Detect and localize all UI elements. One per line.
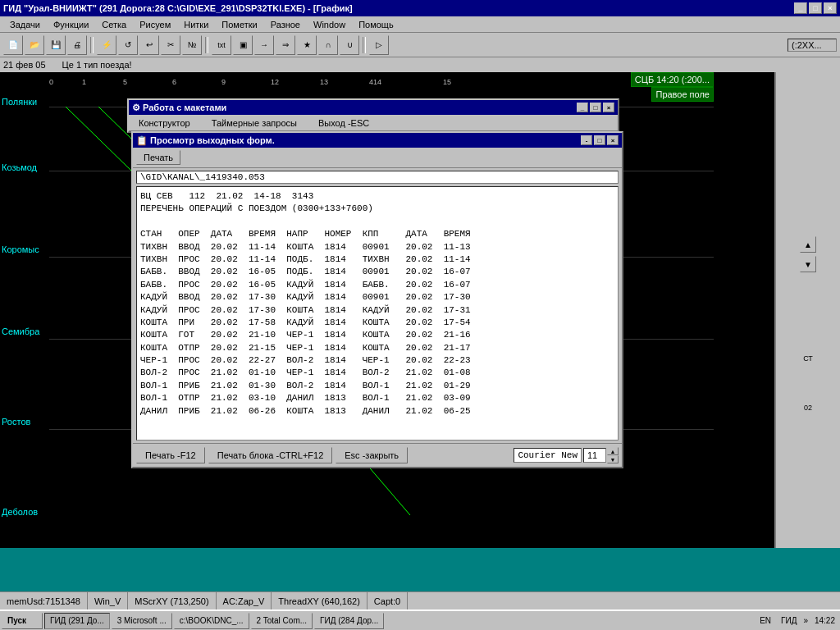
taskbar-total-com[interactable]: 2 Total Com... — [251, 613, 313, 629]
bottom-bar: Печать -F12 Печать блока -CTRL+F12 Esc -… — [133, 443, 622, 467]
menu-tajmer[interactable]: Таймерные запросы — [205, 116, 304, 130]
content-area[interactable]: ВЦ СЕВ 112 21.02 14-18 3143 ПЕРЕЧЕНЬ ОПЕ… — [136, 186, 619, 441]
print-button[interactable]: Печать — [136, 150, 180, 165]
taskbar-gid-284[interactable]: ГИД (284 Дор... — [314, 613, 384, 629]
tool-cut[interactable]: ✂ — [161, 35, 180, 55]
tray-gid: ГИД — [778, 616, 800, 625]
print-block-button[interactable]: Печать блока -CTRL+F12 — [208, 447, 333, 463]
svg-text:6: 6 — [172, 78, 176, 86]
maximize-button[interactable]: □ — [809, 2, 822, 14]
dialog-preview-icon: 📋 — [136, 135, 148, 145]
tool-bolt[interactable]: ⚡ — [97, 35, 116, 55]
menu-nitki[interactable]: Нитки — [177, 18, 215, 31]
dialog-preview-close[interactable]: × — [607, 135, 619, 145]
menu-setka[interactable]: Сетка — [95, 18, 133, 31]
dialog-makets-controls: _ □ × — [577, 103, 614, 112]
tool-box[interactable]: ▣ — [233, 35, 253, 55]
taskbar-microsoft[interactable]: 3 Microsoft ... — [112, 613, 172, 629]
svg-text:15: 15 — [443, 78, 451, 86]
menu-raznoe[interactable]: Разное — [264, 18, 307, 31]
svg-text:9: 9 — [221, 78, 226, 86]
separator-1 — [90, 37, 94, 53]
toolbar-right-display: (:2XX... — [788, 39, 837, 52]
right-panel-scroll-down[interactable]: ▼ — [800, 256, 816, 272]
menu-pometki[interactable]: Пометки — [215, 18, 263, 31]
tool-print[interactable]: 🖨 — [67, 35, 87, 55]
tool-save[interactable]: 💾 — [46, 35, 66, 55]
dialog-makets-menu: Конструктор Таймерные запросы Выход -ESC — [129, 115, 618, 131]
menu-funkcii[interactable]: Функции — [47, 18, 95, 31]
dialog-preview-controls: - □ × — [581, 135, 619, 145]
taskbar: Пуск ГИД (291 До... 3 Microsoft ... c:\B… — [0, 609, 840, 630]
taskbar-book-dnc[interactable]: c:\BOOK\DNC_... — [174, 613, 249, 629]
dialog-preview: 📋 Просмотр выходных форм. - □ × Печать \… — [131, 131, 623, 468]
status-ac: AC:Zap_V — [217, 592, 272, 609]
tray-arrows: » — [803, 616, 808, 625]
menu-pomosch[interactable]: Помощь — [352, 18, 400, 31]
right-panel-scroll-up[interactable]: ▲ — [800, 236, 816, 253]
svg-line-0 — [66, 107, 131, 171]
separator-2 — [205, 37, 208, 53]
status-bar: memUsd:7151348 Win_V MScrXY (713,250) AC… — [0, 591, 840, 609]
tool-extra[interactable]: ▷ — [369, 35, 389, 55]
start-button[interactable]: Пуск — [2, 613, 43, 629]
menu-bar: Задачи Функции Сетка Рисуем Нитки Пометк… — [0, 16, 840, 33]
dialog-makets-close[interactable]: × — [603, 103, 614, 112]
font-size-down[interactable]: ▼ — [607, 455, 619, 463]
dialog-preview-maximize[interactable]: □ — [594, 135, 605, 145]
svg-text:1: 1 — [82, 78, 86, 86]
tool-num[interactable]: № — [182, 35, 202, 55]
station-koromys: Коромыс — [2, 244, 39, 254]
minimize-button[interactable]: _ — [794, 2, 807, 14]
station-semibra: Семибра — [2, 326, 39, 336]
right-panel: ▲ ▼ СТ 02 — [774, 72, 840, 548]
menu-risuem[interactable]: Рисуем — [133, 18, 177, 31]
font-size-display[interactable]: 11 — [583, 448, 606, 463]
taskbar-gid-291[interactable]: ГИД (291 До... — [44, 613, 110, 629]
status-thread: ThreadXY (640,162) — [272, 592, 367, 609]
font-size-up[interactable]: ▲ — [607, 447, 619, 455]
tool-open[interactable]: 📂 — [25, 35, 44, 55]
dialog-makets-maximize[interactable]: □ — [590, 103, 601, 112]
tool-new[interactable]: 📄 — [3, 35, 23, 55]
tool-arc1[interactable]: ∩ — [318, 35, 338, 55]
dialog-preview-title[interactable]: 📋 Просмотр выходных форм. - □ × — [133, 133, 622, 148]
font-name-display[interactable]: Courier New — [514, 448, 582, 463]
close-button[interactable]: × — [824, 2, 837, 14]
status-mscr: MScrXY (713,250) — [128, 592, 216, 609]
dialog-makets-icon: ⚙ — [132, 103, 140, 112]
dialog-makets-title[interactable]: ⚙ Работа с макетами _ □ × — [129, 100, 618, 115]
station-kozmoda: Козьмод — [2, 162, 37, 172]
svg-text:414: 414 — [369, 78, 381, 86]
font-size-spinner: ▲ ▼ — [607, 447, 619, 463]
tray-time: 14:22 — [811, 616, 838, 625]
info-bar: 21 фев 05 Це 1 тип поезда! — [0, 57, 840, 72]
menu-window[interactable]: Window — [307, 18, 352, 31]
tool-star[interactable]: ★ — [297, 35, 317, 55]
toolbar: 📄 📂 💾 🖨 ⚡ ↺ ↩ ✂ № txt ▣ → ⇒ ★ ∩ ∪ ▷ (:2X… — [0, 33, 840, 57]
dialog-makets-minimize[interactable]: _ — [577, 103, 588, 112]
esc-close-button[interactable]: Esc -закрыть — [336, 447, 408, 463]
dialog-makets: ⚙ Работа с макетами _ □ × Конструктор Та… — [127, 98, 619, 133]
taskbar-right: EN ГИД » 14:22 — [756, 616, 838, 625]
print-f12-button[interactable]: Печать -F12 — [136, 447, 205, 463]
tool-arrow[interactable]: → — [254, 35, 274, 55]
tool-refresh[interactable]: ↺ — [118, 35, 138, 55]
dialog-preview-minimize[interactable]: - — [581, 135, 592, 145]
tool-undo[interactable]: ↩ — [139, 35, 159, 55]
menu-exit-esc[interactable]: Выход -ESC — [312, 116, 376, 130]
train-info-label: Це 1 тип поезда! — [62, 60, 132, 70]
menu-konstruktor[interactable]: Конструктор — [132, 116, 197, 130]
svg-text:0: 0 — [49, 78, 53, 86]
station-debolova: Деболов — [2, 507, 38, 517]
menu-zadachi[interactable]: Задачи — [3, 18, 47, 31]
dialog-preview-toolbar: Печать — [133, 148, 622, 168]
tool-arc2[interactable]: ∪ — [340, 35, 359, 55]
status-capt: Capt:0 — [368, 592, 408, 609]
file-path-display: \GID\KANAL\_1419340.053 — [136, 171, 619, 184]
tool-txt[interactable]: txt — [212, 35, 231, 55]
station-polyanki: Полянки — [2, 97, 37, 107]
tool-arrow2[interactable]: ⇒ — [276, 35, 295, 55]
window-title: ГИД "Урал-ВНИИЖТ" (291 Дорога:28 C:\GID\… — [3, 3, 353, 13]
title-bar-controls: _ □ × — [794, 2, 837, 14]
